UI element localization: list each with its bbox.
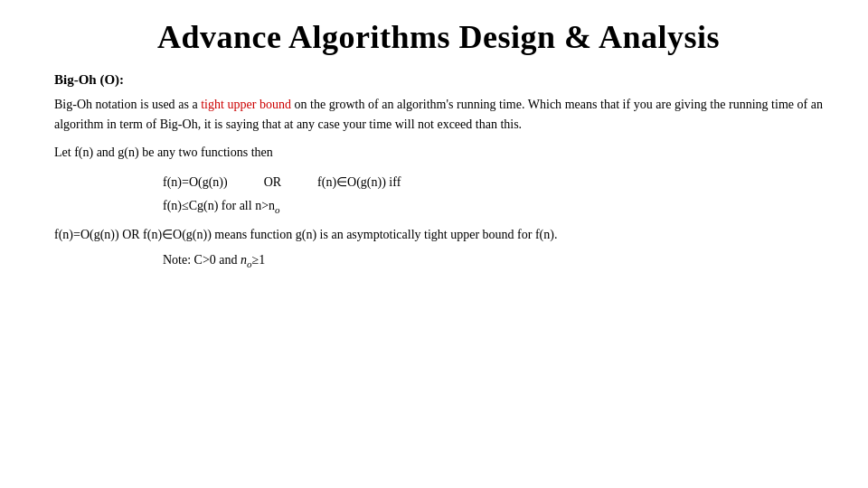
math1-left: f(n)=O(g(n)) — [163, 172, 228, 193]
paragraph-1: Big-Oh notation is used as a tight upper… — [54, 95, 823, 134]
section-heading: Big-Oh (O): — [54, 72, 823, 88]
note-n: n — [241, 253, 247, 267]
note-block: Note: C>0 and no≥1 — [163, 250, 823, 272]
paragraph-2: Let f(n) and g(n) be any two functions t… — [54, 143, 823, 163]
math1-right: f(n)∈O(g(n)) iff — [317, 172, 401, 193]
note-after: ≥1 — [252, 253, 266, 267]
math-block: f(n)=O(g(n)) OR f(n)∈O(g(n)) iff f(n)≤Cg… — [163, 172, 823, 218]
math2-sub: o — [275, 204, 280, 215]
page: Advance Algorithms Design & Analysis Big… — [0, 0, 868, 488]
para1-before: Big-Oh notation is used as a — [54, 98, 201, 111]
paragraph-3: f(n)=O(g(n)) OR f(n)∈O(g(n)) means funct… — [54, 225, 823, 245]
math1-or: OR — [264, 172, 281, 193]
note-before: Note: C>0 and — [163, 253, 241, 267]
math2-text: f(n)≤Cg(n) for all n>n — [163, 199, 275, 212]
para1-highlight: tight upper bound — [201, 98, 291, 111]
math-row-2: f(n)≤Cg(n) for all n>no — [163, 195, 823, 218]
page-title: Advance Algorithms Design & Analysis — [54, 18, 823, 56]
math-row-1: f(n)=O(g(n)) OR f(n)∈O(g(n)) iff — [163, 172, 823, 193]
